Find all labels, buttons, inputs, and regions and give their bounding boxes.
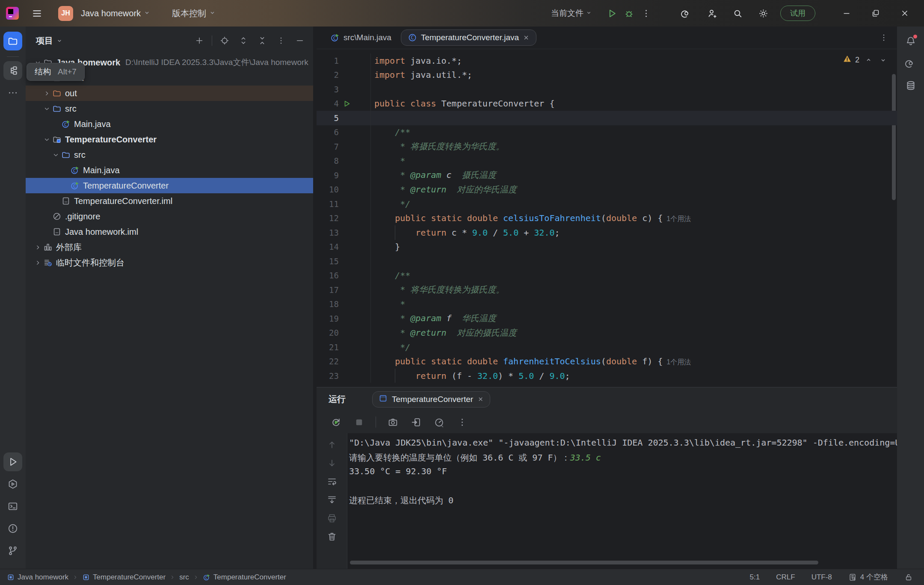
- breadcrumb-item[interactable]: TemperatureConverter: [82, 573, 166, 582]
- code-line[interactable]: 21 */: [317, 340, 897, 355]
- close-icon[interactable]: [477, 396, 484, 402]
- run-line-icon[interactable]: [339, 100, 354, 108]
- stripe-run-play-button[interactable]: [3, 452, 22, 471]
- code-line[interactable]: 8 *: [317, 154, 897, 168]
- tree-row[interactable]: .gitignore: [26, 209, 313, 224]
- code-with-me-button[interactable]: [703, 5, 720, 22]
- tab-options-button[interactable]: [877, 30, 891, 45]
- stripe-problems-button[interactable]: [3, 519, 22, 538]
- stripe-ai-assistant-button[interactable]: [901, 54, 920, 73]
- tree-row[interactable]: 外部库: [26, 239, 313, 255]
- run-configuration-selector[interactable]: 当前文件: [551, 8, 592, 19]
- settings-button[interactable]: [755, 5, 772, 22]
- tree-row[interactable]: Java homework.iml: [26, 224, 313, 239]
- prev-problem-button[interactable]: [863, 56, 874, 64]
- code-line[interactable]: 12 public static double celsiusToFahrenh…: [317, 211, 897, 226]
- run-button[interactable]: [603, 5, 620, 22]
- code-line[interactable]: 7 * 将摄氏度转换为华氏度。: [317, 139, 897, 154]
- vcs-menu[interactable]: 版本控制: [172, 8, 216, 19]
- code-line[interactable]: 20 * @return 对应的摄氏温度: [317, 326, 897, 340]
- more-vertical-button[interactable]: [456, 416, 468, 428]
- code-line[interactable]: 10 * @return 对应的华氏温度: [317, 183, 897, 197]
- project-switcher[interactable]: Java homework: [81, 9, 151, 18]
- chevron-right-icon[interactable]: [33, 244, 43, 251]
- breadcrumb-item[interactable]: Java homework: [7, 573, 68, 582]
- code-line[interactable]: 6 /**: [317, 125, 897, 140]
- next-problem-button[interactable]: [877, 56, 888, 64]
- restore-button[interactable]: [866, 3, 886, 23]
- code-line[interactable]: 5: [317, 111, 897, 125]
- code-line[interactable]: 1import java.io.*;: [317, 53, 897, 68]
- code-line[interactable]: 22 public static double fahrenheitToCels…: [317, 355, 897, 369]
- soft-wrap-button[interactable]: [326, 476, 338, 487]
- more-actions-button[interactable]: [637, 5, 654, 22]
- code-line[interactable]: 3: [317, 82, 897, 97]
- rerun-button[interactable]: [329, 416, 342, 428]
- stop-button[interactable]: [352, 416, 365, 428]
- main-menu-button[interactable]: [28, 5, 45, 22]
- stripe-git-branch-button[interactable]: [3, 541, 22, 560]
- chevron-down-icon[interactable]: [50, 151, 61, 159]
- stripe-structure-button[interactable]: [3, 61, 22, 80]
- code-line[interactable]: 11 */: [317, 197, 897, 211]
- editor-tab[interactable]: Csrc\Main.java: [323, 30, 398, 46]
- arrow-down-button[interactable]: [326, 458, 338, 469]
- trial-badge[interactable]: 试用: [780, 6, 815, 21]
- chevron-down-icon[interactable]: [41, 136, 52, 143]
- collapse-all-button[interactable]: [255, 33, 270, 48]
- stripe-services-button[interactable]: [3, 475, 22, 493]
- code-line[interactable]: 17 * 将华氏度转换为摄氏度。: [317, 283, 897, 297]
- breadcrumb-item[interactable]: CTemperatureConverter: [203, 573, 286, 582]
- code-line[interactable]: 18 *: [317, 297, 897, 312]
- code-line[interactable]: 4public class TemperatureConverter {: [317, 97, 897, 111]
- minimize-button[interactable]: [837, 3, 856, 23]
- tree-row[interactable]: CMain.java: [26, 162, 313, 178]
- expand-all-button[interactable]: [236, 33, 251, 48]
- open-in-button[interactable]: [409, 416, 422, 428]
- code-line[interactable]: 9 * @param c 摄氏温度: [317, 168, 897, 183]
- editor-tab[interactable]: CTemperatureConverter.java: [401, 30, 536, 46]
- tree-row[interactable]: CTemperatureConverter: [26, 178, 313, 193]
- project-avatar[interactable]: JH: [58, 6, 73, 21]
- close-button[interactable]: [895, 3, 915, 23]
- print-button[interactable]: [326, 513, 338, 524]
- code-editor[interactable]: 2 1import java.io.*;2import java.util.*;…: [317, 49, 897, 383]
- code-line[interactable]: 23 return (f - 32.0) * 5.0 / 9.0;: [317, 369, 897, 383]
- breadcrumb-item[interactable]: src: [179, 573, 189, 582]
- tree-row[interactable]: src: [26, 101, 313, 116]
- run-tab[interactable]: TemperatureConverter: [372, 391, 490, 408]
- project-panel-title[interactable]: 项目: [36, 35, 63, 47]
- arrow-up-button[interactable]: [326, 439, 338, 450]
- stripe-project-folder-button[interactable]: [3, 32, 22, 50]
- debug-button[interactable]: [620, 5, 637, 22]
- code-line[interactable]: 14 }: [317, 240, 897, 254]
- more-vertical-button[interactable]: [274, 33, 288, 48]
- indent-setting[interactable]: 4 个空格: [848, 572, 888, 582]
- ai-assistant-button[interactable]: [678, 5, 695, 22]
- tree-row[interactable]: CMain.java: [26, 116, 313, 132]
- code-line[interactable]: 16 /**: [317, 269, 897, 283]
- stripe-more-h-button[interactable]: [3, 83, 22, 102]
- caret-position[interactable]: 5:1: [750, 573, 760, 582]
- line-ending[interactable]: CRLF: [776, 573, 795, 582]
- write-access-lock[interactable]: [904, 573, 913, 582]
- inspections-widget[interactable]: 2: [843, 54, 888, 65]
- tree-row[interactable]: TemperatureConverter.iml: [26, 193, 313, 209]
- plus-button[interactable]: [192, 33, 207, 48]
- file-encoding[interactable]: UTF-8: [811, 573, 832, 582]
- profiler-button[interactable]: [432, 416, 445, 428]
- tree-row[interactable]: 临时文件和控制台: [26, 255, 313, 270]
- scroll-end-button[interactable]: [326, 494, 338, 505]
- console-output[interactable]: "D:\Java JDK25\bin\java.exe" "-javaagent…: [347, 433, 897, 569]
- stripe-notifications-button[interactable]: [901, 32, 920, 50]
- stripe-terminal-button[interactable]: [3, 497, 22, 516]
- code-line[interactable]: 15: [317, 254, 897, 269]
- code-line[interactable]: 2import java.util.*;: [317, 68, 897, 83]
- code-line[interactable]: 19 * @param f 华氏温度: [317, 311, 897, 326]
- tree-row[interactable]: TemperatureConverter: [26, 132, 313, 147]
- camera-button[interactable]: [386, 416, 399, 428]
- close-icon[interactable]: [523, 34, 530, 41]
- chevron-right-icon[interactable]: [33, 259, 43, 266]
- console-h-scrollbar[interactable]: [350, 561, 818, 564]
- tree-row[interactable]: src: [26, 147, 313, 162]
